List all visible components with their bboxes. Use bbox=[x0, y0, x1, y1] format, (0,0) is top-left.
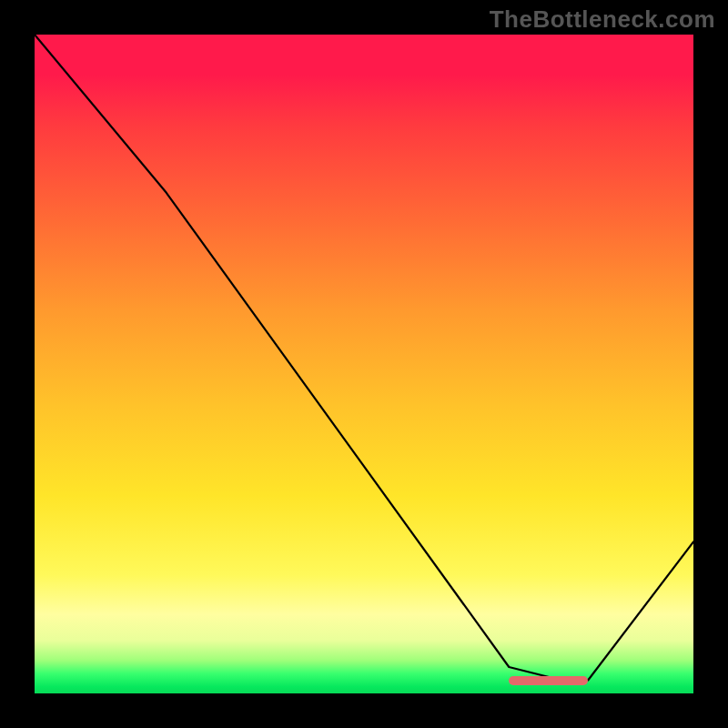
optimal-range-marker bbox=[509, 676, 588, 685]
watermark-text: TheBottleneck.com bbox=[490, 5, 715, 34]
chart-frame: TheBottleneck.com bbox=[0, 0, 728, 728]
bottleneck-curve bbox=[35, 35, 693, 693]
plot-area bbox=[35, 35, 693, 693]
